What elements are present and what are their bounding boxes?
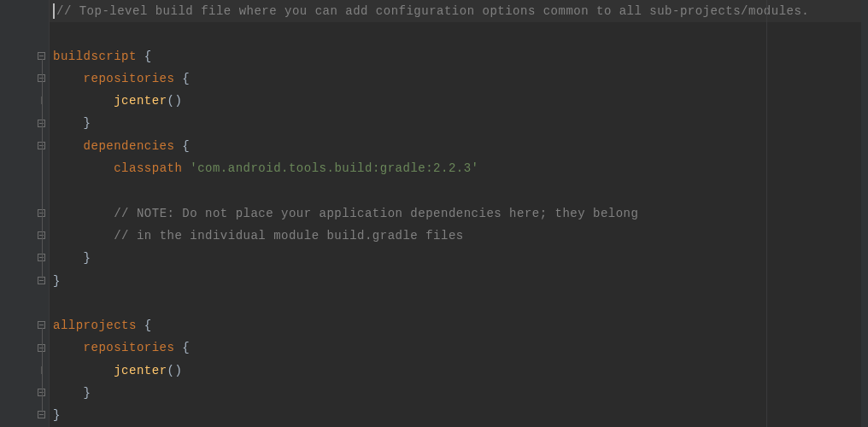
editor-gutter	[0, 0, 50, 427]
code-line[interactable]: // in the individual module build.gradle…	[50, 225, 861, 247]
fold-guide-line	[42, 149, 43, 256]
fold-guide-line	[42, 216, 43, 233]
code-line[interactable]: repositories {	[50, 336, 861, 359]
brace: }	[53, 408, 61, 422]
brace: {	[174, 341, 190, 354]
keyword: repositories	[84, 72, 175, 85]
function-call: jcenter	[114, 94, 167, 108]
right-gutter	[861, 0, 868, 427]
code-line[interactable]: repositories {	[50, 67, 861, 90]
brace: {	[174, 139, 190, 153]
keyword: classpath	[114, 161, 182, 175]
code-line[interactable]: // NOTE: Do not place your application d…	[50, 202, 861, 225]
code-line[interactable]: buildscript {	[50, 45, 861, 67]
code-line[interactable]: // Top-level build file where you can ad…	[50, 0, 861, 22]
parens: ()	[167, 94, 183, 108]
code-line[interactable]	[50, 22, 861, 44]
code-line[interactable]: allprojects {	[50, 314, 861, 336]
brace: }	[84, 386, 91, 400]
code-line[interactable]: jcenter()	[50, 360, 861, 382]
code-line[interactable]: jcenter()	[50, 90, 861, 112]
code-line[interactable]	[50, 179, 861, 202]
right-margin-line	[766, 0, 767, 427]
code-line[interactable]: }	[50, 247, 861, 269]
brace: {	[137, 319, 152, 332]
comment-text: // in the individual module build.gradle…	[114, 229, 463, 243]
code-line[interactable]	[50, 292, 861, 314]
code-line[interactable]: dependencies {	[50, 135, 861, 157]
string-literal: 'com.android.tools.build:gradle:2.2.3'	[190, 161, 478, 175]
keyword: allprojects	[53, 319, 137, 332]
function-call: jcenter	[114, 364, 167, 377]
code-editor[interactable]: // Top-level build file where you can ad…	[0, 0, 868, 427]
brace: }	[84, 116, 91, 130]
brace: {	[137, 50, 152, 63]
comment-text: // Top-level build file where you can ad…	[56, 4, 809, 18]
code-line[interactable]: }	[50, 382, 861, 404]
code-line[interactable]: classpath 'com.android.tools.build:gradl…	[50, 157, 861, 179]
parens: ()	[167, 364, 183, 377]
code-line[interactable]: }	[50, 404, 861, 426]
keyword: repositories	[84, 341, 175, 354]
code-line[interactable]: }	[50, 112, 861, 134]
code-line[interactable]: }	[50, 270, 861, 292]
brace: }	[53, 274, 61, 288]
fold-guide-line	[42, 351, 43, 391]
fold-guide-line	[42, 81, 43, 121]
code-area[interactable]: // Top-level build file where you can ad…	[50, 0, 861, 427]
keyword: buildscript	[53, 50, 137, 63]
brace: {	[174, 72, 190, 85]
brace: }	[84, 251, 91, 265]
fold-column	[37, 0, 49, 427]
comment-text: // NOTE: Do not place your application d…	[114, 207, 638, 220]
keyword: dependencies	[84, 139, 175, 153]
